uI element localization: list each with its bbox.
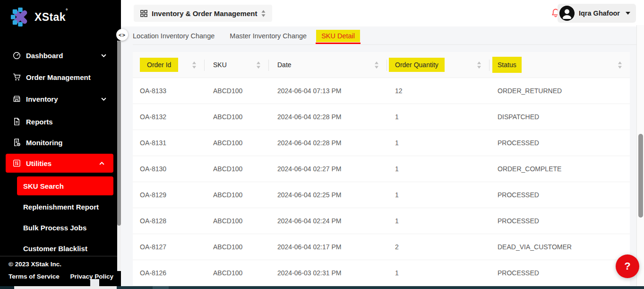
date-cell: 2024-06-04 02:27 PM bbox=[277, 165, 341, 173]
table-row[interactable]: OA-8132 ABCD100 2024-06-04 02:28 PM 1 DI… bbox=[133, 104, 630, 130]
column-label: Status bbox=[492, 57, 522, 73]
column-header-status[interactable]: Status bbox=[489, 52, 630, 78]
table-row[interactable]: OA-8126 ABCD100 2024-06-03 02:31 PM 1 PR… bbox=[133, 260, 630, 286]
app-switcher-label: Inventory & Order Management bbox=[152, 9, 257, 18]
order-quantity-cell: 1 bbox=[395, 217, 399, 225]
tab-master-inventory-change[interactable]: Master Inventory Change bbox=[230, 32, 307, 40]
sidebar-item-replenishment-report[interactable]: Replenishment Report bbox=[0, 197, 121, 216]
sidebar-item-order-management[interactable]: Order Management bbox=[0, 68, 121, 87]
sku-cell: ABCD100 bbox=[213, 217, 242, 225]
order-id-cell: OA-8130 bbox=[140, 165, 166, 173]
main-scrollbar-thumb[interactable] bbox=[638, 134, 643, 218]
sidebar-item-label: Customer Blacklist bbox=[23, 245, 87, 253]
order-quantity-cell: 12 bbox=[395, 87, 403, 95]
status-cell: PROCESSED bbox=[498, 139, 539, 147]
sidebar-item-label: Order Management bbox=[26, 73, 91, 81]
help-button[interactable]: ? bbox=[616, 254, 639, 278]
terms-of-service-link[interactable]: Terms of Service bbox=[9, 273, 60, 280]
status-cell: PROCESSED bbox=[498, 191, 539, 199]
sort-icon[interactable] bbox=[256, 61, 261, 69]
tab-location-inventory-change[interactable]: Location Inventory Change bbox=[133, 32, 215, 40]
order-quantity-cell: 1 bbox=[395, 139, 399, 147]
sidebar-item-label: Bulk Process Jobs bbox=[23, 224, 86, 232]
store-icon bbox=[13, 95, 21, 103]
status-cell: ORDER_COMPLETE bbox=[498, 165, 561, 173]
speedometer-icon bbox=[13, 51, 21, 60]
sku-cell: ABCD100 bbox=[213, 139, 242, 147]
sidebar-item-utilities[interactable]: Utilities bbox=[6, 154, 113, 173]
table-row[interactable]: OA-8130 ABCD100 2024-06-04 02:27 PM 1 OR… bbox=[133, 156, 630, 182]
sku-cell: ABCD100 bbox=[213, 191, 242, 199]
horizontal-scrollbar-thumb[interactable] bbox=[14, 286, 117, 289]
sidebar-item-reports[interactable]: Reports bbox=[0, 112, 121, 131]
sidebar: XStak° Dashboard Order Management bbox=[0, 0, 121, 289]
top-header-bar: Inventory & Order Management bbox=[121, 0, 644, 26]
sort-icon[interactable] bbox=[192, 61, 197, 69]
order-id-cell: OA-8129 bbox=[140, 191, 166, 199]
status-cell: DEAD_VIA_CUSTOMER bbox=[498, 243, 572, 251]
table-row[interactable]: OA-8129 ABCD100 2024-06-04 02:25 PM 1 PR… bbox=[133, 182, 630, 208]
order-id-cell: OA-8128 bbox=[140, 217, 166, 225]
table-row[interactable]: OA-8127 ABCD100 2024-06-04 02:17 PM 2 DE… bbox=[133, 234, 630, 260]
active-tab-underline bbox=[316, 43, 361, 44]
sort-icon[interactable] bbox=[477, 61, 481, 69]
column-header-sku[interactable]: SKU bbox=[204, 52, 268, 78]
column-header-order-id[interactable]: Order Id bbox=[133, 52, 204, 78]
order-quantity-cell: 1 bbox=[395, 113, 399, 121]
sidebar-item-label: Replenishment Report bbox=[23, 203, 99, 211]
sku-detail-table: Order Id SKU Date Order Quantity bbox=[133, 52, 630, 286]
sidebar-item-bulk-process-jobs[interactable]: Bulk Process Jobs bbox=[0, 218, 121, 237]
sidebar-scrollbar-thumb[interactable] bbox=[117, 41, 121, 226]
tab-bar: Location Inventory Change Master Invento… bbox=[121, 26, 644, 45]
sidebar-item-label: Inventory bbox=[26, 95, 58, 103]
sidebar-item-label: Reports bbox=[26, 118, 53, 126]
sidebar-item-label: Monitoring bbox=[26, 139, 62, 147]
date-cell: 2024-06-04 02:28 PM bbox=[277, 113, 341, 121]
sort-icon[interactable] bbox=[374, 61, 379, 69]
help-icon: ? bbox=[624, 260, 630, 272]
sidebar-item-monitoring[interactable]: Monitoring bbox=[0, 133, 121, 152]
horizontal-scrollbar-segment bbox=[153, 286, 169, 289]
sku-cell: ABCD100 bbox=[213, 87, 242, 95]
tab-sku-detail[interactable]: SKU Detail bbox=[316, 30, 360, 42]
order-quantity-cell: 2 bbox=[395, 243, 399, 251]
app-logo[interactable]: XStak° bbox=[10, 7, 68, 27]
selector-caret-icon bbox=[261, 10, 266, 17]
sidebar-item-customer-blacklist[interactable]: Customer Blacklist bbox=[0, 239, 121, 258]
column-header-order-quantity[interactable]: Order Quantity bbox=[386, 52, 489, 78]
sku-cell: ABCD100 bbox=[213, 165, 242, 173]
date-cell: 2024-06-04 02:25 PM bbox=[277, 191, 341, 199]
table-row[interactable]: OA-8128 ABCD100 2024-06-04 02:24 PM 1 PR… bbox=[133, 208, 630, 234]
horizontal-scrollbar-corner bbox=[0, 286, 14, 289]
tab-bar-border bbox=[133, 44, 637, 45]
main-scrollbar-track[interactable] bbox=[636, 25, 644, 286]
sidebar-item-label: Dashboard bbox=[26, 52, 63, 60]
sidebar-item-dashboard[interactable]: Dashboard bbox=[0, 46, 121, 65]
tab-label: SKU Detail bbox=[321, 32, 355, 40]
status-cell: PROCESSED bbox=[498, 217, 539, 225]
app-switcher[interactable]: Inventory & Order Management bbox=[134, 5, 272, 22]
sidebar-scrollbar-track[interactable] bbox=[117, 41, 121, 271]
column-label: SKU bbox=[213, 61, 227, 69]
sku-cell: ABCD100 bbox=[213, 269, 242, 277]
user-menu[interactable]: Iqra Ghafoor bbox=[558, 4, 636, 23]
grid-icon bbox=[140, 10, 147, 17]
main-content: Inventory & Order Management bbox=[121, 0, 644, 289]
date-cell: 2024-06-04 02:28 PM bbox=[277, 139, 341, 147]
horizontal-scrollbar bbox=[0, 286, 644, 289]
sort-icon[interactable] bbox=[618, 61, 622, 69]
chevron-down-icon bbox=[101, 54, 106, 57]
date-cell: 2024-06-04 02:24 PM bbox=[277, 217, 341, 225]
column-header-date[interactable]: Date bbox=[268, 52, 386, 78]
sidebar-item-inventory[interactable]: Inventory bbox=[0, 89, 121, 108]
sliders-icon bbox=[13, 159, 21, 167]
order-id-cell: OA-8132 bbox=[140, 113, 166, 121]
cart-icon bbox=[13, 73, 21, 81]
table-header-row: Order Id SKU Date Order Quantity bbox=[133, 52, 630, 78]
caret-down-icon bbox=[626, 12, 630, 15]
table-row[interactable]: OA-8133 ABCD100 2024-06-04 07:13 PM 12 O… bbox=[133, 78, 630, 104]
sidebar-collapse-button[interactable]: <> bbox=[116, 29, 128, 41]
sidebar-item-sku-search[interactable]: SKU Search bbox=[17, 176, 113, 195]
table-row[interactable]: OA-8131 ABCD100 2024-06-04 02:28 PM 1 PR… bbox=[133, 130, 630, 156]
sidebar-footer-divider bbox=[0, 256, 121, 256]
